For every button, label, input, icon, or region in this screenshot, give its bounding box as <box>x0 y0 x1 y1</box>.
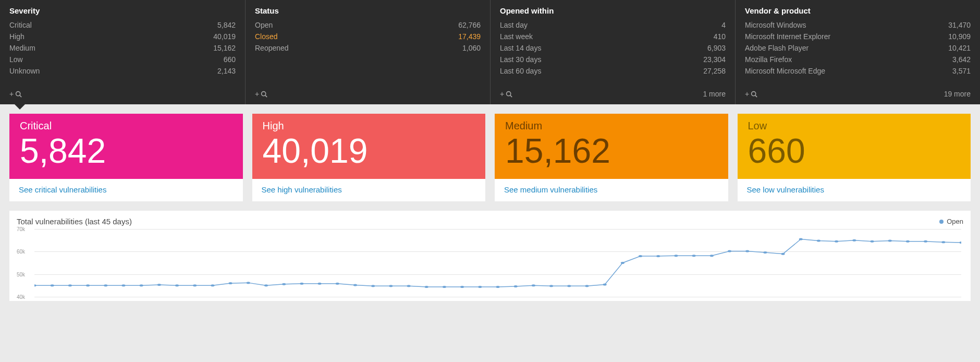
filter-row[interactable]: Adobe Flash Player10,421 <box>745 42 971 54</box>
chart-point[interactable] <box>781 253 785 255</box>
chart-point[interactable] <box>692 255 696 257</box>
chart-point[interactable] <box>549 285 553 287</box>
chart-point[interactable] <box>763 251 767 254</box>
chart-point[interactable] <box>656 255 660 257</box>
filter-row[interactable]: High40,019 <box>9 31 236 42</box>
chart-point[interactable] <box>728 250 731 252</box>
card-low-link[interactable]: See low vulnerabilities <box>738 179 971 201</box>
chart-point[interactable] <box>68 284 72 286</box>
chart-point[interactable] <box>460 286 464 288</box>
chart-point[interactable] <box>318 283 322 285</box>
svg-line-7 <box>755 95 757 96</box>
chart-point[interactable] <box>371 285 375 287</box>
chart-point[interactable] <box>443 286 446 288</box>
filter-row[interactable]: Reopened1,060 <box>255 42 481 54</box>
chart-point[interactable] <box>211 284 214 286</box>
chart-header: Total vulnerabilities (last 45 days) Ope… <box>17 217 963 226</box>
chart-point[interactable] <box>407 285 410 287</box>
chart-point[interactable] <box>425 286 428 288</box>
filter-row-value: 27,258 <box>703 65 726 77</box>
filter-row[interactable]: Open62,766 <box>255 19 481 31</box>
filter-row[interactable]: Medium15,162 <box>9 42 236 54</box>
chart-point[interactable] <box>300 283 303 285</box>
filter-row[interactable]: Last 60 days27,258 <box>500 65 726 77</box>
filter-row-value: 2,143 <box>217 65 236 77</box>
add-filter-vendor[interactable]: + <box>745 90 757 98</box>
chart-point[interactable] <box>86 284 90 286</box>
filter-row[interactable]: Last 14 days6,903 <box>500 42 726 54</box>
chart-point[interactable] <box>34 284 36 286</box>
chart-point[interactable] <box>514 285 518 287</box>
card-high-label: High <box>263 120 475 132</box>
chart-point[interactable] <box>674 255 678 257</box>
chart-point[interactable] <box>835 240 838 243</box>
chart-point[interactable] <box>193 284 197 286</box>
chart-point[interactable] <box>710 255 714 257</box>
chart-point[interactable] <box>817 240 820 242</box>
chart-point[interactable] <box>959 242 961 244</box>
filter-row[interactable]: Microsoft Windows31,470 <box>745 19 971 31</box>
chart-point[interactable] <box>336 283 339 285</box>
filter-row-value: 17,439 <box>458 31 481 42</box>
chart-point[interactable] <box>140 284 143 286</box>
chart-point[interactable] <box>104 284 107 286</box>
card-high-link[interactable]: See high vulnerabilities <box>252 179 486 201</box>
y-tick-label: 50k <box>17 271 25 277</box>
filter-row[interactable]: Low660 <box>9 54 236 65</box>
chart-point[interactable] <box>745 250 749 252</box>
chart-point[interactable] <box>603 284 607 286</box>
chart-point[interactable] <box>941 241 945 243</box>
chart-point[interactable] <box>247 282 250 284</box>
filter-row[interactable]: Critical5,842 <box>9 19 236 31</box>
chart-point[interactable] <box>888 240 892 242</box>
chart-point[interactable] <box>282 283 286 285</box>
filter-more-vendor[interactable]: 19 more <box>944 90 971 98</box>
chart-point[interactable] <box>621 262 624 264</box>
chart-point[interactable] <box>121 284 125 286</box>
filter-title-status: Status <box>255 6 481 15</box>
filter-row-value: 5,842 <box>217 19 236 31</box>
chart-point[interactable] <box>532 284 535 286</box>
filter-row[interactable]: Unknown2,143 <box>9 65 236 77</box>
filter-row-label: Last day <box>500 19 528 31</box>
card-critical-link[interactable]: See critical vulnerabilities <box>9 179 243 201</box>
filter-row[interactable]: Last day4 <box>500 19 726 31</box>
chart-point[interactable] <box>906 240 910 243</box>
card-critical-label: Critical <box>20 120 232 132</box>
active-filter-notch <box>15 104 25 110</box>
filter-row[interactable]: Microsoft Internet Explorer10,909 <box>745 31 971 42</box>
chart-point[interactable] <box>852 239 856 242</box>
add-filter-status[interactable]: + <box>255 90 267 98</box>
svg-point-4 <box>507 91 511 95</box>
card-medium-link[interactable]: See medium vulnerabilities <box>495 179 728 201</box>
chart-point[interactable] <box>264 284 268 286</box>
filter-row[interactable]: Closed17,439 <box>255 31 481 42</box>
filter-row[interactable]: Microsoft Microsoft Edge3,571 <box>745 65 971 77</box>
chart-point[interactable] <box>353 284 357 286</box>
chart-point[interactable] <box>924 240 927 243</box>
chart-point[interactable] <box>496 286 499 288</box>
chart-point[interactable] <box>157 284 161 286</box>
filter-row-value: 1,060 <box>462 42 481 54</box>
chart-point[interactable] <box>175 284 179 286</box>
filter-row-label: Medium <box>9 42 35 54</box>
filter-more-opened[interactable]: 1 more <box>703 90 726 98</box>
filter-row[interactable]: Mozilla Firefox3,642 <box>745 54 971 65</box>
chart-point[interactable] <box>229 282 232 284</box>
filter-row[interactable]: Last 30 days23,304 <box>500 54 726 65</box>
card-medium-label: Medium <box>505 120 718 132</box>
chart-point[interactable] <box>567 285 571 287</box>
filter-row[interactable]: Last week410 <box>500 31 726 42</box>
chart-point[interactable] <box>585 285 589 287</box>
chart-legend[interactable]: Open <box>939 218 963 225</box>
filter-title-severity: Severity <box>9 6 236 15</box>
add-filter-opened[interactable]: + <box>500 90 512 98</box>
filter-row-label: Open <box>255 19 273 31</box>
chart-point[interactable] <box>870 240 874 243</box>
chart-point[interactable] <box>478 286 482 288</box>
chart-point[interactable] <box>639 255 642 257</box>
chart-point[interactable] <box>799 238 803 240</box>
chart-point[interactable] <box>51 284 54 286</box>
chart-point[interactable] <box>389 285 393 287</box>
add-filter-severity[interactable]: + <box>9 90 22 98</box>
